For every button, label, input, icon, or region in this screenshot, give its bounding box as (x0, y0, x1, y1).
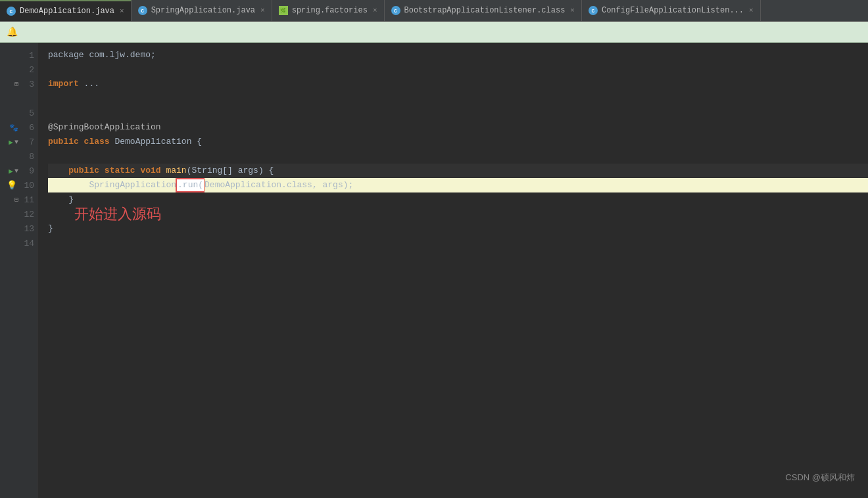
keyword-import: import (48, 77, 79, 91)
gutter-row-6: 🐾 6 (0, 120, 37, 135)
annotation-text: @SpringBootApplication (48, 120, 161, 135)
code-line-12: 开始进入源码 (48, 207, 868, 221)
spring-application-text: SpringApplication (89, 178, 176, 192)
tab-close-button[interactable]: × (749, 7, 754, 14)
gutter-row-5: 5 (0, 106, 37, 120)
line-num-11: 11 (18, 195, 37, 205)
demo-application-arg: DemoApplication.class, args); (205, 178, 353, 192)
line-num-10: 10 (18, 181, 37, 191)
line-num-9: 9 (18, 166, 37, 176)
code-line-14 (48, 236, 868, 250)
tab-label: spring.factories (292, 6, 368, 15)
tab-spring-application[interactable]: C SpringApplication.java × (132, 0, 272, 21)
gutter-row-13: 13 (0, 221, 37, 236)
line-num-5: 5 (18, 108, 37, 118)
chinese-annotation-text: 开始进入源码 (74, 207, 161, 221)
editor-container: 1 2 ⊞ 3 5 🐾 6 ▶▼ 7 (0, 43, 868, 498)
keyword-public: public (68, 164, 105, 178)
tab-bar: C DemoApplication.java × C SpringApplica… (0, 0, 868, 22)
line-num-3: 3 (18, 79, 37, 89)
java-icon: C (7, 7, 16, 16)
code-line-9: public static void main(String[] args) { (48, 164, 868, 178)
tab-close-button[interactable]: × (570, 7, 575, 14)
toolbar: 🔔 (0, 22, 868, 43)
code-line-1: package com.ljw.demo; (48, 48, 868, 62)
gutter-row-8: 8 (0, 149, 37, 164)
tab-demo-application[interactable]: C DemoApplication.java × (0, 0, 132, 21)
java-icon: C (589, 6, 598, 15)
code-editor[interactable]: package com.ljw.demo; import ... @Spring… (37, 43, 868, 498)
code-line-6: @SpringBootApplication (48, 120, 868, 135)
line-num-14: 14 (18, 238, 37, 248)
tab-label: DemoApplication.java (20, 7, 114, 16)
gutter-icons-6: 🐾 (0, 124, 18, 132)
code-indent (48, 164, 68, 178)
keyword-void: void (140, 164, 166, 178)
code-line-2 (48, 62, 868, 77)
gutter-row-11: ⊟ 11 (0, 192, 37, 207)
gutter-icons-3: ⊞ (0, 80, 18, 88)
keyword-public: public (48, 135, 84, 149)
line-num-13: 13 (18, 224, 37, 234)
code-line-5 (48, 106, 868, 120)
run-gutter-icon-7[interactable]: ▶ (9, 138, 13, 147)
run-gutter-icon-6: 🐾 (9, 124, 18, 132)
code-line-3: import ... (48, 77, 868, 91)
gutter-row-9: ▶▼ 9 (0, 164, 37, 178)
gutter-row-14: 14 (0, 236, 37, 250)
gutter-row-4 (0, 91, 37, 106)
java-icon: C (138, 6, 147, 15)
code-line-10: SpringApplication.run(DemoApplication.cl… (48, 178, 868, 192)
tab-close-button[interactable]: × (373, 7, 377, 14)
code-text: ... (79, 77, 99, 91)
tab-bootstrap-listener[interactable]: C BootstrapApplicationListener.class × (385, 0, 582, 21)
code-text: package com.ljw.demo; (48, 48, 156, 62)
outer-close-brace: } (48, 221, 53, 236)
lightbulb-icon-10[interactable]: 💡 (7, 180, 17, 191)
gutter-row-7: ▶▼ 7 (0, 135, 37, 149)
gutter-icons-11: ⊟ (0, 196, 18, 204)
line-num-6: 6 (18, 123, 37, 133)
java-icon: C (391, 6, 400, 15)
gutter-row-10: 💡 10 (0, 178, 37, 192)
code-line-8 (48, 149, 868, 164)
code-line-4 (48, 91, 868, 106)
code-line-11: } (48, 192, 868, 207)
code-indent (48, 178, 89, 192)
gutter-icons-7: ▶▼ (0, 138, 18, 147)
notification-icon[interactable]: 🔔 (5, 26, 18, 39)
gutter-row-1: 1 (0, 48, 37, 62)
method-params: (String[] args) { (187, 164, 274, 178)
line-num-7: 7 (18, 137, 37, 147)
gutter: 1 2 ⊞ 3 5 🐾 6 ▶▼ 7 (0, 43, 37, 498)
class-name: DemoApplication { (114, 135, 202, 149)
code-line-7: public class DemoApplication { (48, 135, 868, 149)
tab-label: SpringApplication.java (151, 6, 255, 15)
gutter-row-3: ⊞ 3 (0, 77, 37, 91)
line-num-2: 2 (18, 65, 37, 75)
run-highlight-box: .run( (176, 178, 205, 192)
close-brace: } (48, 192, 74, 207)
watermark: CSDN @硕风和炜 (785, 470, 855, 485)
method-name: main (166, 164, 186, 178)
gutter-row-2: 2 (0, 62, 37, 77)
line-num-12: 12 (18, 210, 37, 219)
tab-label: BootstrapApplicationListener.class (404, 6, 566, 15)
tab-spring-factories[interactable]: 🌿 spring.factories × (272, 0, 385, 21)
run-gutter-icon-9[interactable]: ▶ (9, 167, 13, 175)
code-line-13: } (48, 221, 868, 236)
line-num-1: 1 (18, 51, 37, 60)
tab-config-listener[interactable]: C ConfigFileApplicationListen... × (582, 0, 761, 21)
gutter-icons-10: 💡 (0, 180, 18, 191)
gutter-icons-9: ▶▼ (0, 167, 18, 175)
tab-close-button[interactable]: × (120, 7, 124, 15)
keyword-static: static (105, 164, 141, 178)
line-num-8: 8 (18, 152, 37, 162)
tab-label: ConfigFileApplicationListen... (602, 6, 744, 15)
gutter-row-12: 12 (0, 207, 37, 221)
keyword-class: class (84, 135, 115, 149)
tab-close-button[interactable]: × (260, 7, 265, 14)
factories-icon: 🌿 (279, 6, 288, 15)
